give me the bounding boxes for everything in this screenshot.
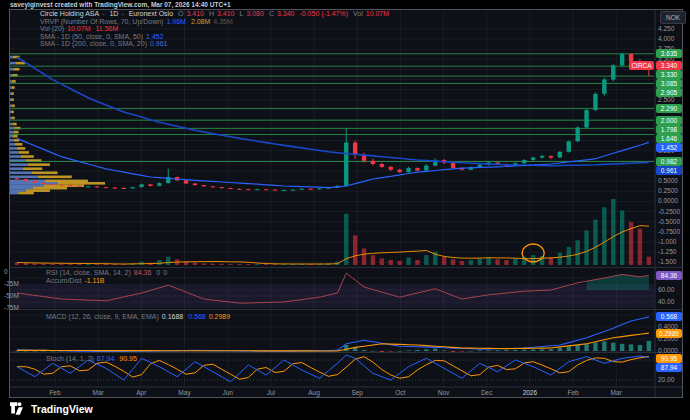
ticker-label-badge: CIRCA: [629, 61, 654, 70]
time-axis-label[interactable]: Nov: [438, 389, 450, 396]
tradingview-logo-icon[interactable]: [10, 402, 26, 415]
open-value: 3.410: [186, 10, 204, 17]
rsi-axis-label: 40.00: [658, 298, 674, 306]
change-value: -0.050 (-1.47%): [299, 10, 348, 17]
stoch-d-badge: 90.95: [656, 354, 682, 363]
price-axis-label: 4.250: [658, 25, 674, 33]
symbol-legend[interactable]: Circle Holding ASA- 1D- Euronext Oslo O3…: [40, 10, 392, 17]
accum-dist-axis-label: -75M: [4, 304, 19, 312]
accum-dist-axis-label: 0: [4, 268, 8, 276]
price-axis-label: 0.5000: [658, 177, 678, 185]
sma200-legend[interactable]: SMA - 1D (200, close, 0, SMA, 20)0.961: [40, 40, 171, 47]
tradingview-brand-text[interactable]: TradingView: [31, 403, 93, 415]
price-level-badge: 3.330: [656, 70, 682, 79]
interval-label[interactable]: 1D: [109, 10, 118, 17]
time-axis-label[interactable]: May: [178, 389, 190, 396]
time-axis-label[interactable]: Dec: [481, 389, 493, 396]
rsi-value-badge: 84.36: [656, 271, 682, 280]
time-axis-label[interactable]: Feb: [49, 389, 60, 396]
price-level-badge: 2.290: [656, 104, 682, 113]
price-axis-label: -0.5000: [658, 218, 680, 226]
last-price-badge: 3.340: [656, 61, 682, 70]
high-value: 3.410: [217, 10, 235, 17]
exchange-label: Euronext Oslo: [129, 10, 173, 17]
vol-legend[interactable]: Vol (20)10.07M 11.56M: [40, 25, 121, 32]
currency-button[interactable]: NOK: [660, 11, 686, 24]
stoch-legend[interactable]: Stoch (14, 1, 3)87.94 90.95: [46, 355, 140, 362]
price-axis-label: -1.250: [658, 248, 676, 256]
price-level-badge: 3.085: [656, 79, 682, 88]
time-axis-label[interactable]: Mar: [93, 389, 104, 396]
time-axis-label[interactable]: Jul: [267, 389, 275, 396]
time-axis-label[interactable]: Mar: [611, 389, 622, 396]
price-axis-label: 0.2500: [658, 187, 678, 195]
sma-value-badge: 1.452: [656, 143, 682, 152]
volume-value: 10.07M: [366, 10, 389, 17]
low-value: 3.080: [246, 10, 264, 17]
price-axis-label: -1.000: [658, 238, 676, 246]
accum-dist-axis-label: -50M: [4, 292, 19, 300]
footer-bar: TradingView: [10, 402, 93, 415]
price-level-badge: 1.646: [656, 134, 682, 143]
macd-value-badge: 0.568: [656, 312, 682, 321]
price-axis-label: -0.7500: [658, 228, 680, 236]
price-level-badge: 2.000: [656, 116, 682, 125]
time-axis-label[interactable]: Feb: [567, 389, 578, 396]
time-axis-label[interactable]: 2026: [523, 389, 537, 396]
price-axis-label: 4.000: [658, 35, 674, 43]
tradingview-screenshot: saveyiginvest created with TradingView.c…: [0, 0, 690, 420]
sma-value-badge: 0.961: [656, 166, 682, 175]
accum-dist-legend[interactable]: Accum/Dist-1.11B: [46, 277, 108, 284]
rsi-axis-label: 60.00: [658, 286, 674, 294]
vrvp-legend[interactable]: VRVP (Number Of Rows, 70, Up/Down)1.96M …: [40, 18, 236, 25]
close-value: 3.340: [277, 10, 295, 17]
rsi-legend[interactable]: RSI (14, close, SMA, 14, 2)84.36 00: [46, 269, 170, 276]
stoch-k-badge: 87.94: [656, 363, 682, 372]
price-axis-label: -0.2500: [658, 208, 680, 216]
time-axis-label[interactable]: Sep: [351, 389, 363, 396]
price-level-badge: 0.982: [656, 157, 682, 166]
sma50-legend[interactable]: SMA - 1D (50, close, 0, SMA, 50)1.452: [40, 33, 167, 40]
price-axis-label: 2.500: [658, 96, 674, 104]
price-axis-label: 0.0000: [658, 197, 678, 205]
macd-signal-badge: 0.2989: [656, 329, 682, 338]
stoch-axis-label: 20.00: [658, 376, 674, 384]
price-axis-label: -1.500: [658, 258, 676, 266]
price-level-badge: 2.905: [656, 88, 682, 97]
price-level-badge: 3.635: [656, 49, 682, 58]
time-axis-label[interactable]: Oct: [395, 389, 405, 396]
time-axis-label[interactable]: Jun: [222, 389, 232, 396]
accum-dist-axis-label: -25M: [4, 280, 19, 288]
macd-legend[interactable]: MACD (12, 26, close, 9, EMA, EMA)0.1688 …: [46, 313, 233, 320]
price-level-badge: 1.798: [656, 125, 682, 134]
symbol-name[interactable]: Circle Holding ASA: [40, 10, 99, 17]
time-axis-label[interactable]: Aug: [308, 389, 320, 396]
time-axis-label[interactable]: Apr: [136, 389, 146, 396]
